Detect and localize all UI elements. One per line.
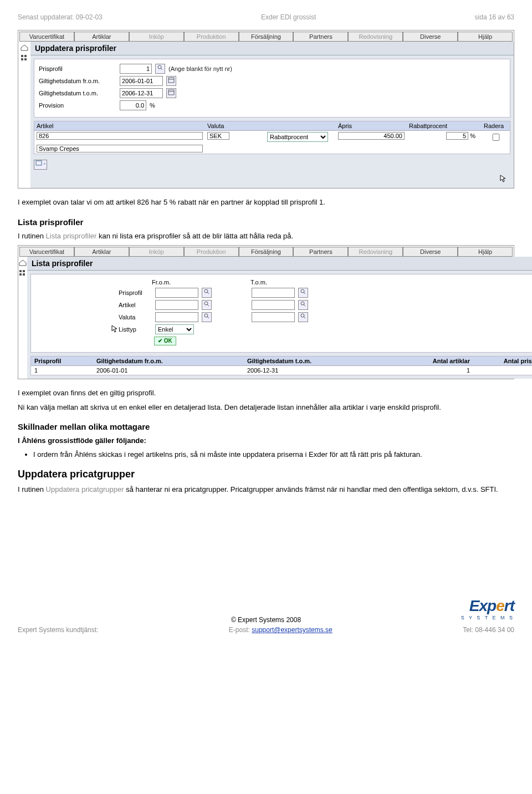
input-valuta-from[interactable] <box>155 312 198 322</box>
svg-rect-14 <box>19 273 22 276</box>
profile-form: Prisprofil (Ange blankt för nytt nr) Gil… <box>34 59 510 118</box>
tab-forsaljning[interactable]: Försäljning <box>239 247 294 257</box>
svg-rect-6 <box>168 78 174 83</box>
list-filter-form: Fr.o.m. T.o.m. Prisprofil Artikel <box>30 274 532 353</box>
table-row: Rabattprocent % <box>34 131 510 144</box>
lookup-prisprofil-icon[interactable] <box>155 64 165 74</box>
select-listtyp[interactable]: Enkel <box>155 324 194 334</box>
cursor-icon <box>499 177 507 185</box>
grid-icon[interactable] <box>18 269 27 277</box>
lookup-icon[interactable] <box>298 300 308 310</box>
tab-diverse[interactable]: Diverse <box>403 32 458 42</box>
input-prisprofil-to[interactable] <box>252 288 295 298</box>
page-number: sida 16 av 63 <box>475 13 514 21</box>
input-prisprofil[interactable] <box>120 64 152 74</box>
grid-icon[interactable] <box>20 54 29 62</box>
nav-tabs: Varucertifikat Artiklar Inköp Produktion… <box>18 30 514 42</box>
lookup-icon[interactable] <box>202 300 212 310</box>
table-row: 1 2006-01-01 2006-12-31 1 1 <box>31 366 532 375</box>
tab-produktion[interactable]: Produktion <box>184 32 239 42</box>
tab-artiklar[interactable]: Artiklar <box>74 32 129 42</box>
input-artikel-to[interactable] <box>252 300 295 310</box>
page-footer: Expert S Y S T E M S © Expert Systems 20… <box>18 616 514 634</box>
home-icon[interactable] <box>18 259 27 267</box>
svg-rect-2 <box>21 58 23 60</box>
app-window-list-profiles: Varucertifikat Artiklar Inköp Produktion… <box>18 245 514 379</box>
tab-redovisning[interactable]: Redovisning <box>348 247 403 257</box>
tab-varucertifikat[interactable]: Varucertifikat <box>19 247 74 257</box>
cell-antal-priser: 1 <box>473 366 532 375</box>
svg-line-25 <box>207 317 209 318</box>
col-antal-priser: Antal priser <box>473 357 532 365</box>
paragraph-example1: I exemplet ovan talar vi om att artikel … <box>18 197 514 207</box>
cell-rabatt[interactable] <box>446 132 468 140</box>
add-row-button[interactable]: + <box>34 160 47 170</box>
home-icon[interactable] <box>20 44 29 52</box>
tab-artiklar[interactable]: Artiklar <box>74 247 129 257</box>
doc-title: Exder EDI grossist <box>261 13 316 21</box>
input-to-date[interactable] <box>120 88 163 98</box>
cell-valuta[interactable] <box>207 132 229 140</box>
lookup-icon[interactable] <box>202 312 212 322</box>
tab-hjalp[interactable]: Hjälp <box>458 247 513 257</box>
tab-varucertifikat[interactable]: Varucertifikat <box>19 32 74 42</box>
pane-title: Uppdatera prisprofiler <box>30 42 514 55</box>
cell-apris[interactable] <box>338 132 405 140</box>
tab-forsaljning[interactable]: Försäljning <box>239 32 294 42</box>
paragraph-lista-intro: I rutinen Lista prisprofiler kan ni list… <box>18 231 514 241</box>
tab-hjalp[interactable]: Hjälp <box>458 32 513 42</box>
svg-rect-1 <box>24 55 27 57</box>
input-from-date[interactable] <box>120 76 163 86</box>
input-valuta-to[interactable] <box>252 312 295 322</box>
cell-from: 2006-01-01 <box>93 366 244 375</box>
support-email-link[interactable]: support@expertsystems.se <box>252 626 332 634</box>
label-artikel2: Artikel <box>119 302 152 308</box>
label-from: Giltighetsdatum fr.o.m. <box>39 78 116 84</box>
articles-table: Artikel Valuta Ápris Rabattprocent Rader… <box>34 121 510 154</box>
result-table: Prisprofil Giltighetsdatum fr.o.m. Gilti… <box>30 356 532 375</box>
svg-line-21 <box>207 304 209 306</box>
svg-line-19 <box>304 292 305 294</box>
bullet-list: I ordern från Åhléns skickas i regel art… <box>33 450 514 459</box>
cursor-icon <box>111 324 119 334</box>
paragraph-enkel-detalj: Ni kan välja mellan att skriva ut en enk… <box>18 403 514 413</box>
cell-antal-artiklar: 1 <box>395 366 473 375</box>
tab-redovisning[interactable]: Redovisning <box>348 32 403 42</box>
cell-artikel-name[interactable] <box>37 145 203 152</box>
input-artikel-from[interactable] <box>155 300 198 310</box>
svg-line-17 <box>207 292 209 294</box>
table-row <box>34 144 510 154</box>
col-to: Giltighetsdatum t.o.m. <box>244 357 395 365</box>
label-to2: T.o.m. <box>250 279 289 286</box>
svg-rect-3 <box>24 58 27 60</box>
cell-delete-checkbox[interactable] <box>482 134 510 141</box>
cell-artikel-code[interactable] <box>37 132 203 140</box>
lookup-icon[interactable] <box>202 288 212 298</box>
tab-partners[interactable]: Partners <box>293 32 348 42</box>
tab-inkop[interactable]: Inköp <box>129 247 184 257</box>
svg-text:+: + <box>43 161 45 166</box>
cell-to: 2006-12-31 <box>244 366 395 375</box>
label-valuta2: Valuta <box>119 314 152 320</box>
ok-button[interactable]: ✔ OK <box>154 337 176 345</box>
calendar-to-icon[interactable] <box>166 88 176 98</box>
calendar-from-icon[interactable] <box>166 76 176 86</box>
tab-inkop[interactable]: Inköp <box>129 32 184 42</box>
input-provision[interactable] <box>120 100 146 110</box>
input-prisprofil-from[interactable] <box>155 288 198 298</box>
lookup-icon[interactable] <box>298 288 308 298</box>
tab-produktion[interactable]: Produktion <box>184 247 239 257</box>
label-prisprofil: Prisprofil <box>39 65 116 72</box>
lookup-icon[interactable] <box>298 312 308 322</box>
page-header: Senast uppdaterat: 09-02-03 Exder EDI gr… <box>18 13 514 21</box>
tab-diverse[interactable]: Diverse <box>403 247 458 257</box>
svg-rect-15 <box>23 273 25 276</box>
svg-rect-12 <box>19 270 22 272</box>
label-to: Giltighetsdatum t.o.m. <box>39 90 116 96</box>
left-rail <box>18 42 30 188</box>
heading-skillnader: Skillnader mellan olika mottagare <box>18 422 514 431</box>
tab-partners[interactable]: Partners <box>293 247 348 257</box>
expert-logo: Expert S Y S T E M S <box>461 597 514 620</box>
nav-tabs-2: Varucertifikat Artiklar Inköp Produktion… <box>18 246 514 257</box>
cell-type-select[interactable]: Rabattprocent <box>267 132 328 142</box>
